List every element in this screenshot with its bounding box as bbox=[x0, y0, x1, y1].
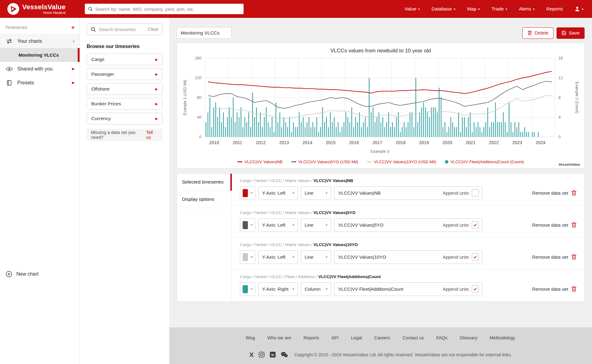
save-button[interactable]: Save bbox=[557, 27, 585, 39]
clear-search-button[interactable]: Clear bbox=[148, 27, 158, 32]
series-name-input[interactable]: VLCC|VV Values|5YO Append units bbox=[334, 218, 482, 232]
y-axis-select[interactable]: Y-Axis: Left▾ bbox=[258, 186, 298, 200]
brand-subtitle: Veson Nautical bbox=[43, 11, 65, 14]
series-name-input[interactable]: VLCC|VV Values|10YO Append units bbox=[334, 250, 482, 264]
footer-link-reports[interactable]: Reports bbox=[303, 335, 319, 340]
legend-item[interactable]: VLCC|VV Fleet|Additions|Count (Count) bbox=[445, 160, 524, 164]
svg-text:0: 0 bbox=[199, 135, 201, 139]
primary-nav: Value▾Database▾Map▾Trade▾Alerts▾Reports bbox=[405, 6, 563, 12]
remove-dataset-button[interactable]: Remove data set bbox=[532, 222, 577, 228]
timeseries-sidebar: Timeseries « Your charts ▾ Monitoring VL… bbox=[0, 18, 80, 364]
series-name-value: VLCC|VV Values|10YO bbox=[338, 254, 386, 260]
svg-text:2019: 2019 bbox=[419, 140, 429, 145]
user-menu-button[interactable]: ▾ bbox=[574, 6, 583, 12]
footer-link-glossary[interactable]: Glossary bbox=[460, 335, 477, 340]
timeseries-search-input[interactable] bbox=[99, 27, 145, 32]
svg-text:40: 40 bbox=[197, 115, 201, 119]
append-units-label: Append units bbox=[443, 287, 469, 292]
x-twitter-icon[interactable]: X bbox=[249, 351, 254, 358]
global-search-input[interactable] bbox=[95, 6, 240, 12]
chevron-down-icon: ▾ bbox=[478, 8, 480, 11]
svg-text:2013: 2013 bbox=[279, 140, 289, 145]
nav-item-map[interactable]: Map▾ bbox=[467, 6, 480, 12]
nav-item-database[interactable]: Database▾ bbox=[432, 6, 455, 12]
remove-dataset-button[interactable]: Remove data set bbox=[532, 286, 577, 292]
y-axis-select[interactable]: Y-Axis: Left▾ bbox=[258, 250, 298, 264]
legend-item[interactable]: VLCC|VV Values|5YO (USD Mil) bbox=[291, 160, 358, 164]
shared-with-you-label: Shared with you bbox=[17, 66, 53, 72]
category-bunker-prices[interactable]: Bunker Prices▶ bbox=[87, 98, 162, 110]
footer-link-faqs[interactable]: FAQs bbox=[436, 335, 447, 340]
legend-item[interactable]: VLCC|VV Values|10YO (USD Mil) bbox=[367, 160, 436, 164]
y-axis-select[interactable]: Y-Axis: Right▾ bbox=[258, 282, 298, 296]
linkedin-icon[interactable]: in bbox=[269, 351, 276, 358]
sidebar-item-shared-with-you[interactable]: Shared with you ▶ bbox=[0, 62, 80, 76]
chevron-down-icon: ▾ bbox=[506, 8, 507, 11]
new-chart-button[interactable]: New chart bbox=[0, 267, 80, 281]
chart-toolbar: Delete Save bbox=[177, 27, 585, 39]
tab-display-options[interactable]: Display options bbox=[177, 191, 232, 208]
breadcrumb: Cargo / Tanker / VLCC / Matrix Values / … bbox=[240, 210, 579, 215]
plot-type-select[interactable]: Column▾ bbox=[301, 282, 331, 296]
chevron-down-icon: ▾ bbox=[418, 8, 420, 11]
category-cargo[interactable]: Cargo▶ bbox=[87, 54, 162, 65]
series-name-input[interactable]: VLCC|VV Values|NB Append units bbox=[334, 186, 482, 200]
append-units-label: Append units bbox=[443, 255, 469, 260]
category-currency[interactable]: Currency▶ bbox=[87, 113, 162, 124]
color-select[interactable]: ▾ bbox=[240, 250, 255, 264]
svg-text:2015: 2015 bbox=[326, 140, 336, 145]
selected-timeseries-panel: Selected timeseries Display options Carg… bbox=[177, 173, 585, 302]
nav-item-alerts[interactable]: Alerts▾ bbox=[519, 6, 535, 12]
footer-link-api[interactable]: API bbox=[331, 335, 339, 340]
chart-item-label: Monitoring VLCCs bbox=[18, 52, 59, 58]
expand-right-icon: ▶ bbox=[72, 67, 75, 71]
color-select[interactable]: ▾ bbox=[240, 186, 255, 200]
series-name-input[interactable]: VLCC|VV Fleet|Additions|Count Append uni… bbox=[334, 282, 482, 296]
svg-text:2017: 2017 bbox=[372, 140, 382, 145]
color-swatch bbox=[243, 189, 248, 197]
plot-type-select[interactable]: Line▾ bbox=[301, 250, 331, 264]
tab-selected-timeseries[interactable]: Selected timeseries bbox=[177, 174, 232, 191]
collapse-sidebar-icon[interactable]: « bbox=[71, 24, 75, 30]
append-units-checkbox[interactable] bbox=[472, 253, 479, 261]
brand-logo[interactable]: VesselsValue Veson Nautical bbox=[7, 3, 66, 15]
footer-link-careers[interactable]: Careers bbox=[374, 335, 390, 340]
color-select[interactable]: ▾ bbox=[240, 218, 255, 232]
category-passenger[interactable]: Passenger▶ bbox=[87, 68, 162, 80]
append-units-checkbox[interactable] bbox=[472, 285, 479, 293]
tell-us-link[interactable]: Tell us bbox=[146, 130, 158, 140]
timeseries-chart[interactable]: 0040480812012160162010201120122013201420… bbox=[178, 55, 583, 157]
remove-dataset-button[interactable]: Remove data set bbox=[532, 254, 577, 260]
y-axis-select[interactable]: Y-Axis: Left▾ bbox=[258, 218, 298, 232]
delete-button[interactable]: Delete bbox=[522, 27, 553, 39]
plot-type-select[interactable]: Line▾ bbox=[301, 186, 331, 200]
footer-link-legal[interactable]: Legal bbox=[351, 335, 362, 340]
nav-item-reports[interactable]: Reports bbox=[546, 6, 563, 12]
nav-item-trade[interactable]: Trade▾ bbox=[491, 6, 507, 12]
footer-link-who-we-are[interactable]: Who we are bbox=[267, 335, 291, 340]
category-offshore[interactable]: Offshore▶ bbox=[87, 83, 162, 95]
expand-right-icon: ▶ bbox=[155, 117, 158, 121]
nav-item-value[interactable]: Value▾ bbox=[405, 6, 420, 12]
wechat-icon[interactable] bbox=[281, 351, 288, 358]
sidebar-item-presets[interactable]: Presets ▶ bbox=[0, 76, 80, 90]
timeseries-row: Cargo / Tanker / VLCC / Fleet / Addition… bbox=[232, 269, 584, 301]
remove-dataset-button[interactable]: Remove data set bbox=[532, 190, 577, 196]
color-select[interactable]: ▾ bbox=[240, 282, 255, 296]
legend-item[interactable]: VLCC|VV Values|NB bbox=[237, 160, 283, 164]
footer-link-contact-us[interactable]: Contact us bbox=[402, 335, 424, 340]
svg-text:2012: 2012 bbox=[256, 140, 266, 145]
top-navbar: VesselsValue Veson Nautical Value▾Databa… bbox=[0, 0, 592, 18]
chart-name-input[interactable] bbox=[177, 27, 232, 39]
footer-link-methodology[interactable]: Methodology bbox=[490, 335, 515, 340]
instagram-icon[interactable] bbox=[258, 351, 265, 358]
your-charts-label: Your charts bbox=[17, 38, 42, 44]
footer-link-blog[interactable]: Blog bbox=[246, 335, 255, 340]
append-units-checkbox[interactable] bbox=[472, 189, 479, 196]
sidebar-item-monitoring-vlccs[interactable]: Monitoring VLCCs bbox=[0, 48, 80, 62]
append-units-checkbox[interactable] bbox=[472, 221, 479, 229]
vesselsvalue-logo-icon bbox=[7, 3, 19, 15]
sidebar-item-your-charts[interactable]: Your charts ▾ bbox=[0, 34, 80, 48]
plot-type-select[interactable]: Line▾ bbox=[301, 218, 331, 232]
breadcrumb: Cargo / Tanker / VLCC / Matrix Values / … bbox=[240, 178, 579, 183]
